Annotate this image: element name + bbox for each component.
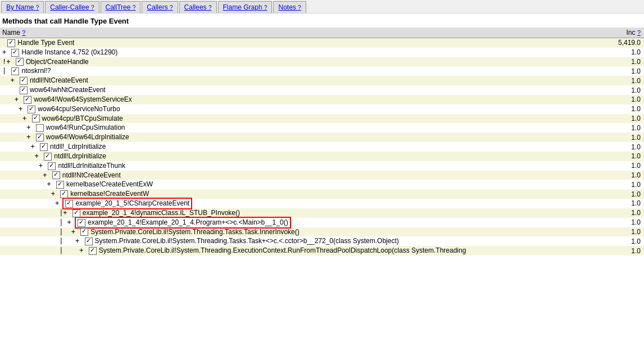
expand-icon[interactable] <box>2 86 19 94</box>
row-inc: 5,419.0 <box>605 38 644 48</box>
tab-callers[interactable]: Callers ? <box>142 1 178 13</box>
table-row[interactable]: |+ example_20_1_4!dynamicClass.IL_STUB_P… <box>0 208 644 218</box>
inc-help-icon[interactable]: ? <box>637 29 641 36</box>
row-inc: 1.0 <box>605 114 644 124</box>
table-row[interactable]: + ntdll!_LdrpInitialize1.0 <box>0 142 644 152</box>
tab-by-name[interactable]: By Name ? <box>1 1 44 13</box>
tab-bar: By Name ?Caller-Callee ?CallTree ?Caller… <box>0 0 644 13</box>
expand-icon[interactable]: + <box>2 133 35 141</box>
table-row[interactable]: Handle Type Event5,419.0 <box>0 38 644 48</box>
row-checkbox[interactable] <box>60 190 68 198</box>
table-row[interactable]: + wow64!Wow64LdrpInitialize1.0 <box>0 133 644 142</box>
row-checkbox[interactable] <box>48 162 56 170</box>
expand-icon[interactable] <box>2 39 6 47</box>
table-row[interactable]: + ntdll!NtCreateEvent1.0 <box>0 171 644 180</box>
row-name: + ntdll!_LdrpInitialize <box>0 142 605 152</box>
row-inc: 1.0 <box>605 208 644 218</box>
name-help-icon[interactable]: ? <box>22 29 25 36</box>
table-row[interactable]: + Handle Instance 4,752 (0x1290)1.0 <box>0 48 644 57</box>
expand-icon[interactable]: + <box>2 143 39 150</box>
table-row[interactable]: + ntdll!LdrpInitialize1.0 <box>0 152 644 161</box>
row-checkbox[interactable] <box>80 228 88 236</box>
tab-calltree[interactable]: CallTree ? <box>101 1 141 13</box>
table-row[interactable]: + example_20_1_5!CSharpCreateEvent1.0 <box>0 199 644 208</box>
row-inc: 1.0 <box>605 66 644 76</box>
table-row[interactable]: + kernelbase!CreateEventW1.0 <box>0 189 644 199</box>
row-checkbox[interactable] <box>52 171 60 179</box>
table-row[interactable]: | + System.Private.CoreLib.il!System.Thr… <box>0 236 644 246</box>
table-row[interactable]: wow64!whNtCreateEvent1.0 <box>0 85 644 95</box>
table-row[interactable]: + kernelbase!CreateEventExW1.0 <box>0 180 644 189</box>
expand-icon[interactable]: + <box>2 171 51 179</box>
row-checkbox[interactable] <box>7 39 15 47</box>
row-checkbox[interactable] <box>11 67 19 75</box>
row-name-text: example_20_1_4!Example_20_1_4.Program+<>… <box>88 218 288 226</box>
expand-icon[interactable]: + <box>2 162 47 170</box>
table-row[interactable]: + wow64cpu!BTCpuSimulate1.0 <box>0 114 644 124</box>
row-inc: 1.0 <box>605 76 644 85</box>
expand-icon[interactable]: + <box>2 180 55 188</box>
row-checkbox[interactable] <box>11 49 19 57</box>
expand-icon[interactable]: + <box>2 190 59 198</box>
expand-icon[interactable]: + <box>2 48 10 56</box>
row-name-text: System.Private.CoreLib.il!System.Threadi… <box>99 246 466 254</box>
row-checkbox[interactable] <box>20 86 28 94</box>
tab-help-icon[interactable]: ? <box>170 4 173 11</box>
expand-icon[interactable]: | + <box>2 228 79 236</box>
tab-callees[interactable]: Callees ? <box>179 1 217 13</box>
table-row[interactable]: | ntoskrnl!?1.0 <box>0 66 644 76</box>
table-row[interactable]: | + example_20_1_4!Example_20_1_4.Progra… <box>0 218 644 227</box>
table-row[interactable]: + wow64!RunCpuSimulation1.0 <box>0 123 644 133</box>
table-row[interactable]: + wow64!Wow64SystemServiceEx1.0 <box>0 95 644 104</box>
row-checkbox[interactable] <box>85 238 93 245</box>
row-checkbox[interactable] <box>89 247 97 255</box>
expand-icon[interactable]: + <box>2 95 22 103</box>
table-row[interactable]: !+ Object/CreateHandle1.0 <box>0 57 644 67</box>
expand-icon[interactable]: |+ <box>2 209 71 217</box>
row-checkbox[interactable] <box>36 134 44 141</box>
row-checkbox[interactable] <box>36 124 44 132</box>
tab-help-icon[interactable]: ? <box>36 4 39 11</box>
row-checkbox[interactable] <box>32 115 40 122</box>
tab-notes[interactable]: Notes ? <box>273 1 306 13</box>
tab-help-icon[interactable]: ? <box>133 4 136 11</box>
tab-caller-callee[interactable]: Caller-Callee ? <box>45 1 99 13</box>
expand-icon[interactable]: + <box>2 105 26 113</box>
row-checkbox[interactable] <box>65 200 73 208</box>
expand-icon[interactable]: | + <box>2 246 88 254</box>
tab-help-icon[interactable]: ? <box>264 4 267 11</box>
expand-icon[interactable]: + <box>2 152 43 160</box>
row-checkbox[interactable] <box>28 106 35 113</box>
row-checkbox[interactable] <box>72 209 80 217</box>
expand-icon[interactable]: + <box>2 76 19 84</box>
row-inc: 1.0 <box>605 180 644 189</box>
expand-icon[interactable]: !+ <box>2 58 15 66</box>
tab-help-icon[interactable]: ? <box>298 4 301 11</box>
expand-icon[interactable]: | + <box>2 218 75 226</box>
table-row[interactable]: + ntdll!NtCreateEvent1.0 <box>0 76 644 85</box>
expand-icon[interactable]: + <box>2 115 31 122</box>
table-row[interactable]: + ntdll!LdrInitializeThunk1.0 <box>0 161 644 171</box>
row-checkbox[interactable] <box>20 77 28 85</box>
row-checkbox[interactable] <box>44 153 52 161</box>
tab-flame-graph[interactable]: Flame Graph ? <box>218 1 273 13</box>
expand-icon[interactable]: + <box>2 124 35 131</box>
row-checkbox[interactable] <box>40 143 48 151</box>
tab-help-icon[interactable]: ? <box>208 4 212 11</box>
row-name: wow64!whNtCreateEvent <box>0 85 605 95</box>
row-checkbox[interactable] <box>16 58 24 66</box>
row-name-text: kernelbase!CreateEventW <box>70 190 149 198</box>
tab-help-icon[interactable]: ? <box>91 4 94 11</box>
row-checkbox[interactable] <box>56 181 64 189</box>
table-row[interactable]: + wow64cpu!ServiceNoTurbo1.0 <box>0 104 644 114</box>
table-row[interactable]: | + System.Private.CoreLib.il!System.Thr… <box>0 246 644 255</box>
row-checkbox[interactable] <box>24 96 31 104</box>
expand-icon[interactable]: | + <box>2 237 84 245</box>
row-name-text: ntdll!LdrpInitialize <box>54 152 106 160</box>
row-inc: 1.0 <box>605 227 644 237</box>
table-row[interactable]: | + System.Private.CoreLib.il!System.Thr… <box>0 227 644 237</box>
expand-icon[interactable]: + <box>2 199 63 207</box>
row-name: | ntoskrnl!? <box>0 66 605 76</box>
expand-icon[interactable]: | <box>2 67 10 75</box>
row-checkbox[interactable] <box>78 219 85 227</box>
